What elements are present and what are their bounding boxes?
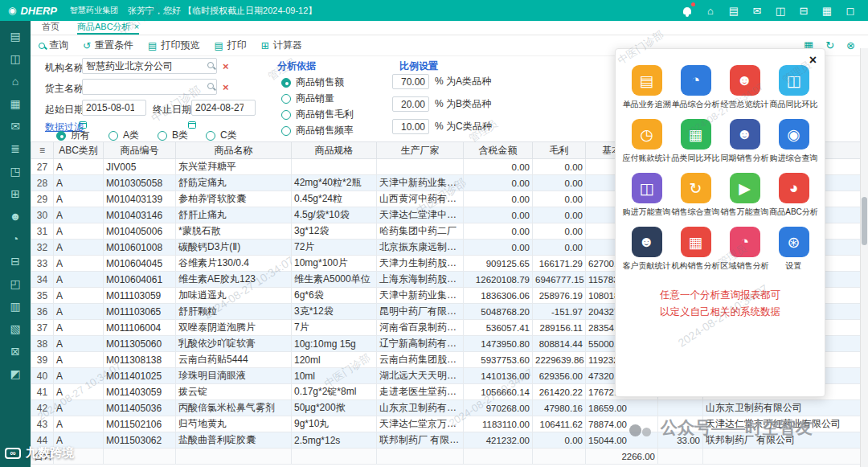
single-item-trace[interactable]: ▤单品业务追溯	[622, 65, 671, 110]
header-list-icon[interactable]: ≡	[31, 142, 54, 159]
product-abc-analysis[interactable]: ◕商品ABC分析	[769, 173, 818, 218]
nav-modules-icon[interactable]: ≣	[10, 143, 20, 154]
cell-profit: 0.00	[533, 175, 586, 191]
cell-name: 盐酸曲普利啶胶囊	[176, 432, 292, 449]
nav-window-icon[interactable]: ◳	[10, 166, 20, 177]
home-icon[interactable]: ⌂	[704, 4, 717, 17]
scope-option-c[interactable]: C类	[206, 129, 237, 142]
payable-stats[interactable]: ◷应付账款统计	[622, 119, 671, 164]
owner-name-input[interactable]	[82, 79, 217, 95]
nav-new-icon[interactable]: ⊞	[10, 188, 20, 199]
purchase-universal-query[interactable]: ◫购进万能查询	[622, 173, 671, 218]
radio-icon	[281, 110, 291, 120]
vertical-scrollbar[interactable]	[860, 48, 868, 467]
print-button[interactable]: ▤打印	[214, 39, 246, 52]
table-row[interactable]: 42AM011405036丙酸倍氯米松鼻气雾剂50μg*200揿山东京卫制药有限…	[31, 400, 861, 416]
same-period-sales-analysis[interactable]: ☻同期销售分析	[720, 119, 769, 164]
cell-code: M010405006	[104, 223, 176, 240]
operation-overview-stats[interactable]: ☻经营总览统计	[720, 65, 769, 110]
header-product-name[interactable]: 商品名称	[176, 142, 292, 159]
single-item-analysis[interactable]: ◔单品综合分析	[671, 65, 720, 110]
fullscreen-icon[interactable]: ◻	[844, 4, 857, 17]
calculator-button-icon: ⊞	[261, 41, 269, 51]
analysis-option-sales-frequency[interactable]: 商品销售频率	[281, 124, 354, 137]
query-button[interactable]: 查询	[39, 39, 68, 52]
apps-grid-icon[interactable]: ▦	[821, 4, 833, 17]
end-calendar-icon[interactable]	[188, 121, 196, 129]
app-logo[interactable]: ◉ DHERP	[0, 5, 57, 17]
customer-contribution-stats[interactable]: ☻客户贡献统计	[622, 227, 671, 272]
cell-name: 舒筋定痛丸	[176, 175, 292, 191]
nav-layout-icon[interactable]: ◰	[10, 278, 20, 289]
cell-no: 36	[31, 304, 54, 320]
scope-option-b[interactable]: B类	[158, 129, 188, 142]
settings-icon: ⊛	[779, 227, 809, 257]
ratio-a-input[interactable]	[392, 74, 429, 89]
org-sales-analysis[interactable]: ▦机构销售分析	[671, 227, 720, 272]
notification-bell-icon[interactable]	[681, 4, 694, 17]
nav-reports-icon[interactable]: ◔	[12, 233, 18, 244]
total-cell-code	[104, 449, 176, 465]
owner-clear-icon[interactable]: ×	[223, 82, 229, 92]
purchase-综合-query[interactable]: ◉购进综合查询	[769, 119, 818, 164]
scope-option-all[interactable]: 所有	[56, 129, 90, 142]
reset-button[interactable]: ↺重置条件	[83, 39, 133, 52]
org-search-icon[interactable]	[207, 62, 214, 68]
nav-inventory-icon[interactable]: ▧	[10, 323, 20, 334]
nav-list-icon[interactable]: ▥	[10, 301, 20, 312]
nav-settings-icon[interactable]: ◩	[10, 368, 20, 379]
cell-code: M010403139	[104, 191, 176, 207]
header-tax-amount[interactable]: 含税金额	[464, 142, 533, 159]
message-icon[interactable]: ✉	[751, 4, 764, 17]
cell-no: 43	[31, 416, 54, 432]
nav-tasks-icon[interactable]: ⊟	[10, 256, 20, 267]
analysis-option-sales-amount[interactable]: 商品销售额	[281, 76, 344, 89]
monitor-icon[interactable]: ◫	[774, 4, 787, 17]
nav-dashboard-icon[interactable]: ▤	[10, 31, 20, 42]
total-cell-base: 2266.00	[586, 449, 658, 465]
scope-option-a[interactable]: A类	[108, 129, 139, 142]
category-yoy-compare[interactable]: ▦品类同比环比	[671, 119, 720, 164]
refresh-icon[interactable]: ↻	[825, 39, 834, 51]
close-window-icon[interactable]: ⊗	[846, 39, 855, 51]
header-product-code[interactable]: 商品编号	[104, 142, 176, 159]
ratio-c-input[interactable]	[392, 119, 429, 134]
print-icon[interactable]: ▤	[727, 4, 740, 17]
sales-query[interactable]: ↻销售综合查询	[671, 173, 720, 218]
nav-purchase-icon[interactable]: ⊠	[10, 346, 20, 357]
product-yoy-compare[interactable]: ◫商品同比环比	[769, 65, 818, 110]
cell-abc: A	[54, 288, 104, 304]
owner-search-icon[interactable]	[207, 83, 214, 89]
header-product-spec[interactable]: 商品规格	[292, 142, 377, 159]
end-date-input[interactable]	[191, 100, 256, 116]
tab-product-abc-analysis[interactable]: 商品ABC分析×	[77, 20, 139, 35]
cell-spec: 120ml	[292, 352, 377, 368]
nav-monitor-icon[interactable]: ◫	[10, 53, 20, 64]
header-abc-class[interactable]: ABC类别	[54, 142, 104, 159]
header-gross-profit[interactable]: 毛利	[533, 142, 586, 159]
ratio-b-input[interactable]	[392, 96, 429, 112]
stats-icon[interactable]: ⊟	[797, 4, 810, 17]
settings[interactable]: ⊛设置	[769, 227, 818, 272]
tab-home[interactable]: 首页	[42, 20, 59, 35]
cell-amount: 1410136.00	[464, 368, 533, 384]
scrollbar-thumb[interactable]	[862, 197, 867, 245]
radio-selected-icon	[56, 131, 66, 141]
analysis-option-gross-profit[interactable]: 商品销售毛利	[281, 108, 354, 121]
nav-home-icon[interactable]: ⌂	[12, 76, 18, 87]
header-manufacturer[interactable]: 生产厂家	[377, 142, 464, 159]
print-preview-button[interactable]: ▤打印预览	[148, 39, 199, 52]
nav-users-icon[interactable]: ☻	[10, 211, 22, 222]
analysis-option-sales-qty[interactable]: 商品销量	[281, 92, 334, 105]
tab-close-icon[interactable]: ×	[134, 22, 139, 31]
nav-apps-icon[interactable]: ▦	[10, 98, 20, 109]
start-date-input[interactable]	[82, 100, 146, 116]
org-clear-icon[interactable]: ×	[223, 61, 229, 72]
org-name-input[interactable]	[82, 58, 217, 74]
calculator-button[interactable]: ⊞计算器	[261, 39, 302, 52]
sales-universal-query-label: 销售万能查询	[721, 207, 769, 218]
region-sales-analysis[interactable]: ◔区域销售分析	[720, 227, 769, 272]
nav-message-icon[interactable]: ✉	[10, 121, 20, 132]
sales-universal-query[interactable]: ▶销售万能查询	[720, 173, 769, 218]
cell-name: 谷维素片130/0.4	[176, 256, 292, 272]
